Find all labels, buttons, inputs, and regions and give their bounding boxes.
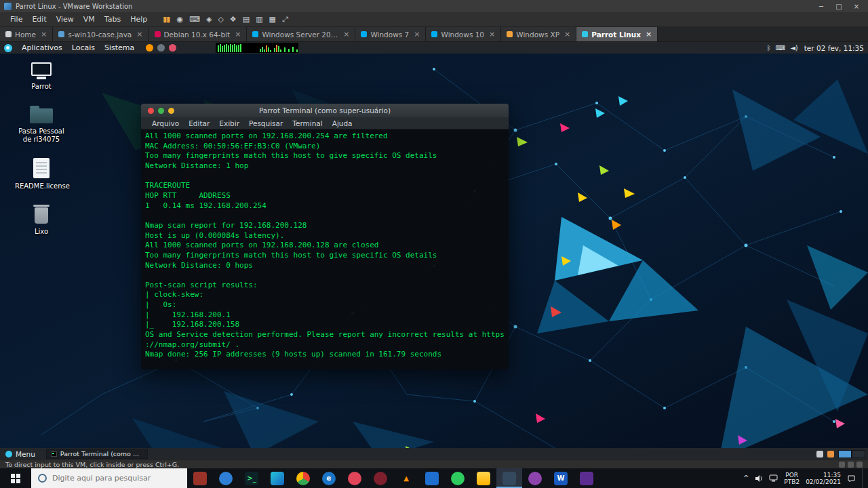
terminal-titlebar[interactable]: Parrot Terminal (como super-usuário) — [141, 104, 509, 117]
panel-launcher-icon[interactable] — [169, 44, 176, 52]
terminal-menu-item[interactable]: Arquivo — [148, 119, 183, 127]
vm-tab[interactable]: Windows 10 — [426, 27, 501, 41]
clock[interactable]: 11:35 02/02/2021 — [806, 472, 841, 485]
desktop-icon[interactable]: Parrot — [15, 62, 68, 92]
start-button[interactable] — [0, 468, 31, 488]
panel-status-icon[interactable]: ◄) — [790, 44, 798, 52]
panel-status-icon[interactable]: ⌨ — [776, 44, 785, 52]
search-input[interactable] — [52, 474, 180, 483]
taskbar-app[interactable] — [445, 468, 471, 488]
taskbar-app[interactable] — [342, 468, 368, 488]
taskbar-app[interactable]: e — [316, 468, 342, 488]
device-icon[interactable] — [856, 462, 863, 468]
taskbar-app[interactable] — [496, 468, 522, 488]
terminal-menu-item[interactable]: Editar — [184, 119, 214, 127]
tab-close-icon[interactable] — [563, 30, 570, 39]
desktop-icon[interactable]: README.license — [15, 158, 68, 191]
network-icon[interactable] — [769, 474, 778, 482]
panel-launcher-icon[interactable] — [146, 44, 153, 52]
device-icon[interactable] — [848, 462, 854, 468]
notification-applet-icon[interactable] — [827, 451, 834, 458]
language-indicator[interactable]: POR PTB2 — [784, 472, 800, 485]
panel-menu-item[interactable]: Locais — [67, 43, 100, 52]
taskbar-app[interactable] — [574, 468, 599, 488]
taskbar-app[interactable] — [368, 468, 393, 488]
close-window-button[interactable]: × — [848, 3, 865, 10]
taskbar-app[interactable]: >_ — [239, 468, 264, 488]
taskbar-app[interactable] — [522, 468, 548, 488]
action-center-icon[interactable] — [847, 474, 856, 483]
toolbar-icon[interactable]: ▤ — [243, 16, 249, 23]
workspace-1[interactable] — [838, 450, 852, 458]
window-control-dot[interactable] — [158, 108, 164, 114]
toolbar-icon[interactable]: ⤢ — [282, 16, 288, 23]
show-desktop-button[interactable] — [862, 468, 865, 488]
panel-launcher-icon[interactable] — [157, 44, 165, 52]
tab-close-icon[interactable] — [644, 30, 652, 39]
workspace-2[interactable] — [852, 450, 865, 458]
vm-tab[interactable]: Debian 10.x 64-bit — [149, 27, 248, 41]
vmware-menu-item[interactable]: Edit — [27, 15, 51, 24]
window-control-dot[interactable] — [148, 108, 154, 114]
taskbar-app[interactable] — [213, 468, 239, 488]
window-control-dot[interactable] — [168, 108, 174, 114]
hidden-icons-chevron[interactable]: ^ — [743, 474, 749, 482]
panel-menu-item[interactable]: Aplicativos — [17, 43, 67, 52]
minimize-window-button[interactable]: ─ — [812, 3, 830, 10]
taskbar-window-button[interactable]: Parrot Terminal (como ... — [46, 449, 148, 459]
taskbar-search[interactable] — [31, 468, 187, 488]
vmware-menu-item[interactable]: View — [52, 15, 79, 24]
terminal-menu-item[interactable]: Ajuda — [328, 119, 357, 127]
parrot-menu-icon[interactable] — [4, 44, 12, 52]
tab-close-icon[interactable] — [412, 30, 420, 39]
tab-close-icon[interactable] — [233, 30, 241, 39]
toolbar-icon[interactable]: ▮▮ — [163, 16, 170, 23]
tab-close-icon[interactable] — [342, 30, 349, 39]
taskbar-app[interactable] — [187, 468, 213, 488]
terminal-window[interactable]: Parrot Terminal (como super-usuário) Arq… — [141, 104, 509, 369]
vm-tab[interactable]: Home — [0, 27, 53, 41]
vm-display[interactable]: AplicativosLocaisSistema ᛒ⌨◄) te — [0, 42, 868, 460]
system-monitor-applet[interactable] — [216, 43, 298, 53]
vm-tab[interactable]: Windows 7 — [355, 27, 426, 41]
panel-status-icon[interactable]: ᛒ — [767, 44, 771, 52]
vmware-menu-item[interactable]: File — [5, 15, 27, 24]
device-icon[interactable] — [839, 462, 845, 468]
desktop-icon[interactable]: Pasta Pessoal de rl34075 — [15, 105, 68, 144]
taskbar-app[interactable] — [471, 468, 496, 488]
vm-tab[interactable]: s-win10-case.java — [53, 27, 149, 41]
taskbar-app[interactable]: W — [548, 468, 574, 488]
taskbar-app[interactable] — [419, 468, 445, 488]
vmware-menu-item[interactable]: Help — [125, 15, 152, 24]
panel-clock[interactable]: ter 02 fev, 11:35 — [804, 44, 864, 52]
taskbar-app[interactable] — [290, 468, 316, 488]
toolbar-icon[interactable]: ⌨ — [189, 16, 199, 23]
tab-close-icon[interactable] — [135, 30, 142, 39]
vm-tab[interactable]: Parrot Linux — [576, 27, 658, 41]
terminal-menu-item[interactable]: Terminal — [288, 119, 326, 127]
vmware-menu-item[interactable]: VM — [79, 15, 100, 24]
toolbar-icon[interactable]: ▥ — [256, 16, 262, 23]
vm-tab[interactable]: Windows XP — [501, 27, 576, 41]
panel-menu-item[interactable]: Sistema — [100, 43, 139, 52]
parrot-menu-button[interactable]: Menu — [3, 449, 41, 459]
workspace-switcher[interactable] — [838, 450, 865, 458]
volume-icon[interactable] — [755, 474, 763, 483]
vm-tab[interactable]: Windows Server 2016 — [247, 27, 355, 41]
taskbar-app[interactable]: ▲ — [393, 468, 419, 488]
toolbar-icon[interactable]: ▦ — [269, 16, 275, 23]
terminal-menu-item[interactable]: Exibir — [215, 119, 243, 127]
taskbar-app[interactable] — [264, 468, 290, 488]
toolbar-icon[interactable]: ◈ — [206, 16, 211, 23]
tab-close-icon[interactable] — [488, 30, 495, 39]
clipboard-applet-icon[interactable] — [816, 451, 823, 458]
toolbar-icon[interactable]: ◉ — [176, 16, 182, 23]
terminal-menu-item[interactable]: Pesquisar — [245, 119, 287, 127]
tab-close-icon[interactable] — [39, 30, 47, 39]
vmware-menu-item[interactable]: Tabs — [100, 15, 125, 24]
maximize-window-button[interactable]: □ — [830, 3, 848, 10]
desktop-icon[interactable]: Lixo — [15, 204, 68, 237]
terminal-output[interactable]: All 1000 scanned ports on 192.168.200.25… — [141, 129, 509, 369]
toolbar-icon[interactable]: ◇ — [218, 16, 222, 23]
toolbar-icon[interactable]: ❖ — [230, 16, 236, 23]
